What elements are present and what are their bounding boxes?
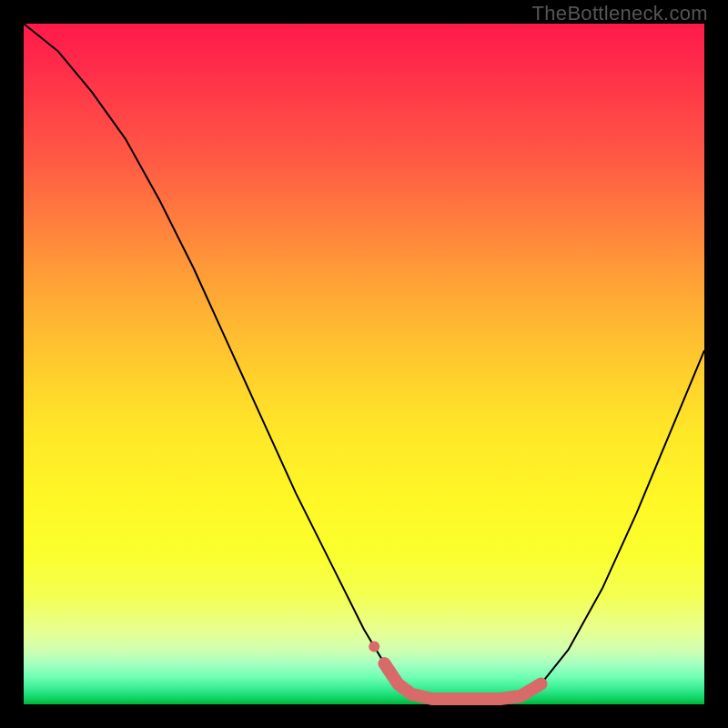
- chart-overlay: [24, 24, 704, 704]
- chart-container: TheBottleneck.com: [0, 0, 728, 728]
- highlight-segment: [384, 663, 541, 699]
- marker-b: [382, 665, 393, 676]
- bottleneck-curve: [24, 24, 704, 699]
- marker-a: [369, 641, 379, 652]
- watermark-label: TheBottleneck.com: [532, 2, 708, 25]
